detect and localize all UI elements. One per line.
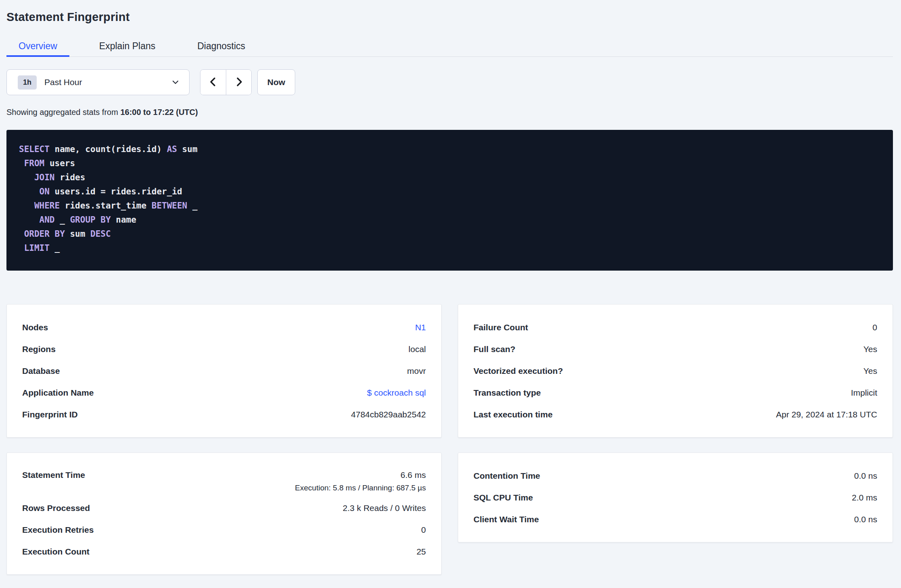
row-vectorized-execution: Vectorized execution?Yes bbox=[473, 360, 877, 382]
sql-line: WHERE rides.start_time BETWEEN _ bbox=[19, 199, 880, 213]
page-title: Statement Fingerprint bbox=[6, 10, 893, 24]
row-value: Apr 29, 2024 at 17:18 UTC bbox=[776, 410, 877, 419]
time-step-buttons bbox=[200, 69, 252, 95]
row-transaction-type: Transaction typeImplicit bbox=[473, 382, 877, 404]
sql-line: ORDER BY sum DESC bbox=[19, 227, 880, 241]
row-value: 0.0 ns bbox=[854, 471, 877, 481]
row-label: SQL CPU Time bbox=[473, 493, 533, 503]
row-full-scan: Full scan?Yes bbox=[473, 338, 877, 360]
tab-diagnostics[interactable]: Diagnostics bbox=[185, 37, 257, 57]
row-failure-count: Failure Count0 bbox=[473, 317, 877, 338]
row-label: Execution Retries bbox=[22, 525, 94, 535]
row-value: local bbox=[409, 344, 426, 354]
prev-range-button[interactable] bbox=[200, 70, 226, 95]
time-range-dropdown[interactable]: 1h Past Hour bbox=[6, 69, 190, 95]
row-label: Regions bbox=[22, 344, 56, 354]
row-database: Databasemovr bbox=[22, 360, 426, 382]
sql-line: AND _ GROUP BY name bbox=[19, 213, 880, 227]
row-last-execution-time: Last execution timeApr 29, 2024 at 17:18… bbox=[473, 404, 877, 425]
aggregated-stats-line: Showing aggregated stats from 16:00 to 1… bbox=[6, 108, 893, 117]
sql-line: FROM users bbox=[19, 156, 880, 171]
row-value: 25 bbox=[417, 547, 426, 557]
chevron-right-icon bbox=[234, 77, 244, 88]
row-label: Execution Count bbox=[22, 547, 90, 557]
row-client-wait-time: Client Wait Time0.0 ns bbox=[473, 509, 877, 530]
row-value: Yes bbox=[863, 344, 877, 354]
row-statement-time: Statement Time6.6 msExecution: 5.8 ms / … bbox=[22, 465, 426, 497]
row-value: 6.6 ms bbox=[400, 470, 426, 480]
execution-attributes-card: Failure Count0Full scan?YesVectorized ex… bbox=[458, 304, 893, 438]
row-value: 4784cb829aab2542 bbox=[351, 410, 426, 419]
sql-statement: SELECT name, count(rides.id) AS sum FROM… bbox=[6, 130, 893, 271]
details-cards: NodesN1RegionslocalDatabasemovrApplicati… bbox=[6, 304, 893, 438]
statement-fingerprint-page: Statement Fingerprint OverviewExplain Pl… bbox=[0, 10, 901, 575]
statement-timing-card: Statement Time6.6 msExecution: 5.8 ms / … bbox=[6, 452, 442, 575]
stats-line-range: 16:00 to 17:22 (UTC) bbox=[120, 108, 198, 117]
sql-line: ON users.id = rides.rider_id bbox=[19, 185, 880, 199]
sql-line: SELECT name, count(rides.id) AS sum bbox=[19, 142, 880, 156]
row-label: Last execution time bbox=[473, 410, 553, 419]
row-value: Yes bbox=[863, 366, 877, 376]
row-label: Application Name bbox=[22, 388, 94, 398]
row-rows-processed: Rows Processed2.3 k Reads / 0 Writes bbox=[22, 497, 426, 519]
row-value: 0.0 ns bbox=[854, 515, 877, 524]
row-label: Vectorized execution? bbox=[473, 366, 563, 376]
row-label: Full scan? bbox=[473, 344, 515, 354]
sql-line: JOIN rides bbox=[19, 171, 880, 185]
row-application-name: Application Name$ cockroach sql bbox=[22, 382, 426, 404]
next-range-button[interactable] bbox=[226, 70, 251, 95]
row-label: Statement Time bbox=[22, 470, 85, 480]
row-value: 0 bbox=[872, 323, 877, 332]
row-execution-count: Execution Count25 bbox=[22, 541, 426, 563]
row-label: Database bbox=[22, 366, 60, 376]
row-nodes: NodesN1 bbox=[22, 317, 426, 338]
row-label: Client Wait Time bbox=[473, 515, 539, 524]
row-label: Failure Count bbox=[473, 323, 528, 332]
time-range-label: Past Hour bbox=[44, 77, 82, 87]
timing-cards: Statement Time6.6 msExecution: 5.8 ms / … bbox=[6, 452, 893, 575]
row-contention-time: Contention Time0.0 ns bbox=[473, 465, 877, 487]
row-value: Implicit bbox=[851, 388, 877, 398]
row-value: 2.3 k Reads / 0 Writes bbox=[343, 503, 426, 513]
row-regions: Regionslocal bbox=[22, 338, 426, 360]
row-label: Fingerprint ID bbox=[22, 410, 78, 419]
row-label: Nodes bbox=[22, 323, 48, 332]
chevron-left-icon bbox=[208, 77, 219, 88]
row-sql-cpu-time: SQL CPU Time2.0 ms bbox=[473, 487, 877, 509]
value-stack: 6.6 msExecution: 5.8 ms / Planning: 687.… bbox=[295, 470, 426, 492]
wait-timing-card: Contention Time0.0 nsSQL CPU Time2.0 msC… bbox=[458, 452, 893, 542]
row-value: 2.0 ms bbox=[852, 493, 877, 503]
row-label: Contention Time bbox=[473, 471, 540, 481]
sql-line: LIMIT _ bbox=[19, 241, 880, 255]
tab-explain-plans[interactable]: Explain Plans bbox=[87, 37, 167, 57]
time-controls: 1h Past Hour Now bbox=[6, 69, 893, 95]
tab-bar: OverviewExplain PlansDiagnostics bbox=[6, 37, 893, 57]
statement-details-card: NodesN1RegionslocalDatabasemovrApplicati… bbox=[6, 304, 442, 438]
row-execution-retries: Execution Retries0 bbox=[22, 519, 426, 541]
row-label: Transaction type bbox=[473, 388, 541, 398]
application-name-link[interactable]: $ cockroach sql bbox=[367, 388, 426, 398]
now-button[interactable]: Now bbox=[257, 69, 295, 95]
stats-line-prefix: Showing aggregated stats from bbox=[6, 108, 120, 117]
chevron-down-icon bbox=[171, 78, 179, 86]
value-subtext: Execution: 5.8 ms / Planning: 687.5 µs bbox=[295, 484, 426, 492]
row-fingerprint-id: Fingerprint ID4784cb829aab2542 bbox=[22, 404, 426, 425]
row-value: 0 bbox=[421, 525, 426, 535]
nodes-link[interactable]: N1 bbox=[415, 323, 426, 332]
row-value: movr bbox=[407, 366, 426, 376]
row-label: Rows Processed bbox=[22, 503, 90, 513]
time-range-badge: 1h bbox=[18, 75, 37, 90]
tab-overview[interactable]: Overview bbox=[6, 37, 69, 57]
